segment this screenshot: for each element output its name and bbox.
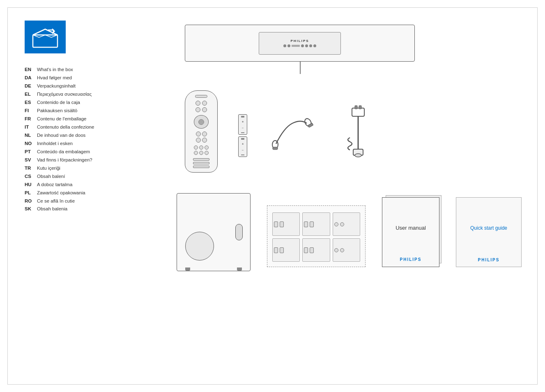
remote-nav-ring [194,115,209,129]
connector-group-3 [333,212,360,236]
language-list: EN What's in the box DA Hvad følger med … [25,66,94,213]
connector-group-6 [333,238,360,262]
connector-group-5 [302,238,330,262]
lang-sk: SK Obsah balenia [25,205,94,213]
port-1a [274,221,278,227]
remote-nav-center [198,119,204,125]
port-4a [274,247,278,253]
r-btn-3 [195,107,200,112]
lang-de: DE Verpackungsinhalt [25,82,94,90]
device-display [292,45,300,47]
items-row: + − + − [185,84,529,179]
remote-rect-btns [193,158,209,168]
device-btn-4 [305,44,308,47]
connector-group-1 [272,212,300,236]
svg-rect-7 [359,106,361,109]
device-brand-label: PHILIPS [290,39,309,43]
device-btn-3 [301,44,304,47]
svg-rect-6 [355,106,357,109]
svg-rect-0 [33,35,57,47]
svg-rect-5 [352,108,364,116]
r-btn-mid-4 [202,138,207,143]
connector-group-4 [272,238,300,262]
subwoofer-port [235,224,243,240]
rb-btn-5 [199,151,203,155]
r-btn-mid-2 [202,131,207,136]
lang-da: DA Hvad følger med [25,74,94,82]
main-content: PHILIPS [123,21,529,367]
user-manual: User manual PHILIPS [382,197,439,267]
subwoofer [177,193,251,271]
quick-page-1 [456,197,522,267]
rb-btn-3 [205,145,209,150]
connector-line [300,62,301,74]
port-1b [280,221,284,227]
device-btn-6 [313,44,316,47]
r-btn-mid-1 [196,131,201,136]
panel-ports [271,211,362,263]
port-2a [304,221,308,227]
port-2b [310,221,314,227]
r-btn-4 [202,107,207,112]
lang-pt: PT Conteúdo da embalagem [25,148,94,156]
device-unit-inner: PHILIPS [259,32,341,55]
remote-power-btn [195,95,207,98]
battery-minus-2 [241,154,244,155]
quick-start-guide: Quick start guide PHILIPS [456,197,522,267]
port-6a [334,248,338,252]
sub-foot-right [237,267,242,271]
subwoofer-feet [177,267,250,271]
power-cable-svg [338,105,379,158]
sub-foot-left [185,267,190,271]
r-btn-mid-3 [196,138,201,143]
lang-nl: NL De inhoud van de doos [25,131,94,139]
lang-no: NO Innholdet i esken [25,140,94,148]
lang-tr: TR Kutu içeriği [25,164,94,172]
lang-el: EL Περιεχόμενα συσκευασίας [25,90,94,98]
r-btn-2 [202,101,207,106]
quick-pages-stack [456,197,522,267]
bottom-row: User manual PHILIPS Quick start guide PH… [123,193,529,271]
subwoofer-driver [185,232,214,261]
power-cable [338,105,379,158]
remote-top-btns [195,101,207,112]
device-btn-2 [287,44,290,47]
lang-it: IT Contenuto della confezione [25,123,94,131]
rb-btn-2 [199,145,203,150]
r-rect-3 [193,166,209,168]
device-illustration: PHILIPS [185,21,529,74]
battery-tip-1 [241,116,244,118]
battery-tip-2 [241,138,244,140]
port-6b [340,248,344,252]
lang-fr: FR Contenu de l'emballage [25,115,94,123]
battery-minus-1 [241,132,244,133]
svg-rect-4 [308,123,313,127]
r-rect-1 [193,158,209,161]
port-5a [304,247,308,253]
svg-rect-2 [273,147,278,150]
connector-panel [267,205,366,267]
device-controls [283,44,316,47]
svg-point-9 [355,154,361,157]
lang-es: ES Contenido de la caja [25,99,94,106]
port-3a [334,222,338,226]
lang-cs: CS Obsah balení [25,173,94,180]
lang-fi: FI Pakkauksen sisältö [25,107,94,115]
lang-sv: SV Vad finns i förpackningen? [25,156,94,164]
philips-logo-box [25,21,66,53]
device-btn-1 [283,44,286,47]
lang-pl: PL Zawartość opakowania [25,189,94,197]
port-3b [340,222,344,226]
battery-1: + − [238,114,247,135]
user-manual-title: User manual [396,224,426,232]
r-btn-1 [195,101,200,106]
remote-mid-btns [196,131,207,143]
device-btn-5 [309,44,312,47]
rb-btn-6 [205,151,209,155]
quick-start-brand: PHILIPS [478,258,500,262]
audio-cable-svg [268,111,317,152]
port-5b [310,247,314,253]
quick-start-title: Quick start guide [470,225,507,232]
r-rect-2 [193,162,209,164]
rb-btn-4 [194,151,198,155]
